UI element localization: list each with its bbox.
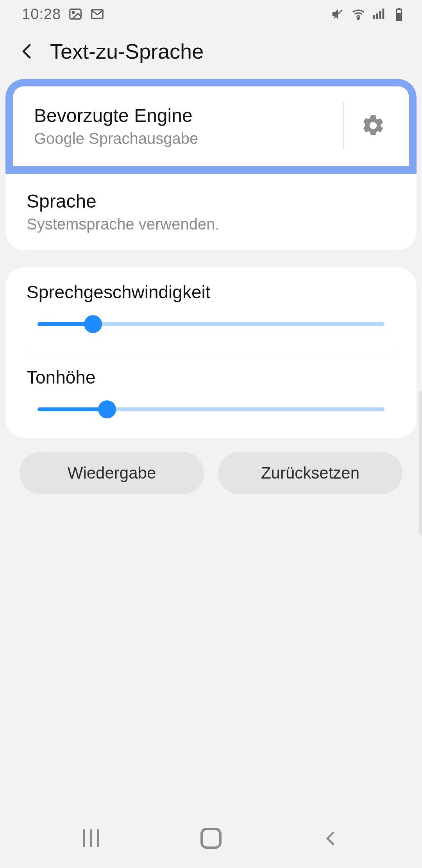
navigation-bar <box>0 817 422 868</box>
preferred-engine-body: Bevorzugte Engine Google Sprachausgabe <box>34 104 334 147</box>
signal-icon <box>371 7 386 22</box>
speech-rate-slider[interactable] <box>38 316 384 332</box>
svg-point-1 <box>72 12 74 14</box>
pitch-row: Tonhöhe <box>5 353 417 438</box>
home-icon <box>200 828 222 849</box>
status-left: 10:28 <box>22 6 105 23</box>
pitch-slider[interactable] <box>38 401 384 418</box>
action-buttons: Wiedergabe Zurücksetzen <box>5 438 417 494</box>
page-title: Text-zu-Sprache <box>50 39 204 63</box>
language-body: Sprache Systemsprache verwenden. <box>27 190 395 233</box>
svg-rect-4 <box>373 15 375 19</box>
nav-back-button[interactable] <box>317 825 345 852</box>
speech-rate-label: Sprechgeschwindigkeit <box>27 282 395 303</box>
chevron-left-icon <box>322 830 340 847</box>
recents-icon <box>83 829 99 847</box>
status-bar: 10:28 <box>0 0 422 28</box>
slider-thumb[interactable] <box>98 400 116 418</box>
play-button-label: Wiedergabe <box>68 464 156 482</box>
back-button[interactable] <box>16 39 39 63</box>
svg-rect-7 <box>383 9 384 19</box>
nav-home-button[interactable] <box>197 825 225 852</box>
battery-icon <box>392 7 406 22</box>
reset-button[interactable]: Zurücksetzen <box>218 452 402 494</box>
slider-thumb[interactable] <box>84 315 102 333</box>
status-right <box>331 7 406 22</box>
nav-recents-button[interactable] <box>77 825 105 852</box>
engine-language-group: Bevorzugte Engine Google Sprachausgabe S… <box>5 79 417 250</box>
preferred-engine-row[interactable]: Bevorzugte Engine Google Sprachausgabe <box>13 86 409 166</box>
image-icon <box>68 7 83 22</box>
vertical-divider <box>343 102 344 149</box>
language-subtitle: Systemsprache verwenden. <box>27 215 395 233</box>
svg-rect-10 <box>397 13 401 20</box>
svg-rect-5 <box>376 13 378 19</box>
slider-fill <box>38 407 107 411</box>
sliders-group: Sprechgeschwindigkeit Tonhöhe <box>5 267 417 438</box>
language-title: Sprache <box>27 190 395 213</box>
reset-button-label: Zurücksetzen <box>261 464 359 482</box>
play-button[interactable]: Wiedergabe <box>20 452 204 494</box>
status-time: 10:28 <box>22 6 61 23</box>
highlighted-row: Bevorzugte Engine Google Sprachausgabe <box>5 79 417 174</box>
preferred-engine-subtitle: Google Sprachausgabe <box>34 130 334 147</box>
svg-point-3 <box>358 18 359 20</box>
svg-rect-6 <box>379 11 381 19</box>
engine-settings-button[interactable] <box>358 111 388 140</box>
preferred-engine-title: Bevorzugte Engine <box>34 104 334 127</box>
mail-icon <box>90 7 105 22</box>
app-bar: Text-zu-Sprache <box>0 28 422 79</box>
wifi-icon <box>351 7 366 22</box>
mute-icon <box>331 7 345 22</box>
language-row[interactable]: Sprache Systemsprache verwenden. <box>5 174 417 250</box>
speech-rate-row: Sprechgeschwindigkeit <box>5 267 417 353</box>
svg-rect-9 <box>398 8 400 9</box>
scroll-indicator <box>419 391 422 536</box>
pitch-label: Tonhöhe <box>27 367 395 388</box>
